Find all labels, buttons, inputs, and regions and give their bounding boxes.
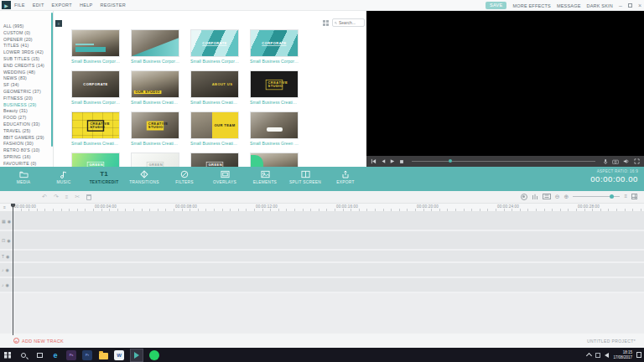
sidebar-item-all[interactable]: ALL (995)	[3, 23, 53, 30]
tab-filters[interactable]: FILTERS	[164, 167, 205, 184]
eye-icon[interactable]: ◉	[7, 238, 10, 243]
template-thumbnail[interactable]: CORPORATE	[71, 70, 120, 98]
seek-handle[interactable]	[449, 159, 452, 163]
music-track[interactable]: ♪◉	[0, 263, 644, 277]
sidebar-item-retro-80s[interactable]: RETRO 80'S (10)	[3, 147, 53, 154]
menu-register[interactable]: REGISTER	[100, 3, 126, 8]
template-thumbnail[interactable]: GREEN ENERGY	[71, 153, 120, 167]
sidebar-item-fashion[interactable]: FASHION (30)	[3, 141, 53, 147]
tab-text-credit[interactable]: T1 TEXT/CREDIT	[84, 167, 124, 184]
template-thumbnail[interactable]: CORPORATE	[190, 29, 239, 57]
template-thumbnail[interactable]: CREATIVE STUDIO	[71, 111, 120, 139]
fullscreen-icon[interactable]	[634, 158, 640, 164]
sidebar-item-geometric[interactable]: GEOMETRIC (37)	[3, 89, 53, 96]
track-size-icon[interactable]: ≡	[624, 193, 627, 200]
premiere-icon[interactable]: Pr	[82, 350, 92, 360]
redo-icon[interactable]: ↷	[54, 193, 59, 201]
sidebar-item-beauty[interactable]: Beauty (31)	[3, 108, 53, 115]
sidebar-item-spring[interactable]: SPRING (16)	[3, 154, 53, 161]
playhead[interactable]	[13, 204, 13, 335]
sidebar-item-lower-3rds[interactable]: LOWER 3RDS (42)	[3, 49, 53, 56]
grid-view-icon[interactable]	[323, 20, 329, 26]
sidebar-item-favourite[interactable]: FAVOURITE (0)	[3, 161, 53, 167]
delete-icon[interactable]	[86, 194, 91, 200]
mute-icon[interactable]: ◉	[6, 282, 9, 287]
record-icon[interactable]	[521, 194, 527, 200]
snapshot-icon[interactable]	[612, 159, 619, 164]
file-explorer-icon[interactable]	[98, 350, 108, 360]
step-back-icon[interactable]	[381, 158, 386, 164]
sidebar-item-opener[interactable]: OPENER (20)	[3, 37, 53, 44]
sidebar-item-end-credits[interactable]: END CREDITS (14)	[3, 63, 53, 70]
menu-export[interactable]: EXPORT	[52, 3, 72, 8]
voiceover-track[interactable]: ♪◉	[0, 278, 644, 292]
sidebar-item-custom[interactable]: CUSTOM (0)	[3, 30, 53, 37]
template-thumbnail[interactable]: OUR STUDIO	[131, 70, 179, 98]
search-box[interactable]	[332, 18, 365, 27]
keyframe-icon[interactable]	[543, 194, 551, 199]
tray-status-icon[interactable]	[595, 353, 600, 358]
message-button[interactable]: MESSAGE	[557, 3, 581, 8]
sidebar-item-education[interactable]: EDUCATION (33)	[3, 122, 53, 128]
timeline-empty-area[interactable]	[0, 293, 644, 334]
zoom-in-icon[interactable]: ⊕	[564, 193, 569, 200]
template-thumbnail[interactable]	[71, 29, 120, 57]
scissors-icon[interactable]: ✂	[75, 193, 80, 201]
save-button[interactable]: SAVE	[486, 2, 506, 9]
pip-track[interactable]: ⊡◉	[0, 231, 644, 249]
template-thumbnail[interactable]: ABOUT US	[190, 70, 239, 98]
sidebar-item-titles[interactable]: TITLES (41)	[3, 43, 53, 49]
zoom-out-icon[interactable]: ⊖	[555, 193, 560, 200]
skip-start-icon[interactable]	[371, 158, 377, 164]
action-center-icon[interactable]	[636, 352, 641, 358]
volume-icon[interactable]	[623, 158, 630, 164]
add-new-track-button[interactable]: + ADD NEW TRACK	[13, 338, 64, 344]
more-effects-button[interactable]: MORE EFFECTS	[512, 3, 550, 8]
tray-volume-icon[interactable]	[605, 353, 609, 358]
zoom-slider-handle[interactable]	[610, 194, 614, 199]
sidebar-item-8bit-gamers[interactable]: 8BIT GAMERS (29)	[3, 135, 53, 142]
eye-icon[interactable]: ◉	[6, 254, 9, 259]
sidebar-scrollbar[interactable]	[51, 13, 53, 147]
word-icon[interactable]: W	[114, 350, 124, 360]
mixer-icon[interactable]	[532, 194, 538, 200]
sidebar-item-business[interactable]: BUSINESS (29)	[3, 102, 53, 109]
template-thumbnail[interactable]: OUR TEAM	[190, 111, 239, 139]
sidebar-item-fitness[interactable]: FITNESS (20)	[3, 96, 53, 102]
maximize-button[interactable]	[628, 3, 632, 8]
mute-icon[interactable]: ◉	[6, 267, 9, 272]
eye-icon[interactable]: ◉	[8, 219, 11, 224]
tab-overlays[interactable]: OVERLAYS	[205, 167, 245, 184]
tab-elements[interactable]: ELEMENTS	[245, 167, 285, 184]
mic-icon[interactable]	[603, 158, 608, 165]
template-thumbnail[interactable]: GREEN ENERGY	[190, 153, 239, 167]
tab-export[interactable]: EXPORT	[325, 167, 366, 184]
menu-help[interactable]: HELP	[80, 3, 93, 8]
tab-music[interactable]: MUSIC	[44, 167, 84, 184]
collapse-panel-button[interactable]: ≡	[55, 20, 62, 27]
seek-slider[interactable]	[412, 161, 595, 162]
undo-icon[interactable]: ↶	[42, 193, 47, 201]
sidebar-item-sub-titles[interactable]: SUB TITLES (15)	[3, 56, 53, 63]
menu-edit[interactable]: EDIT	[33, 3, 44, 8]
task-view-button[interactable]	[34, 350, 44, 360]
template-thumbnail[interactable]: CREATIVE STUDIO	[131, 111, 179, 139]
template-thumbnail[interactable]: GREEN ENERGY	[131, 153, 179, 167]
taskbar-search-button[interactable]	[18, 350, 29, 360]
taskbar-clock[interactable]: 18:15 17/08/2017	[613, 350, 632, 359]
sidebar-item-sf[interactable]: SF (34)	[3, 82, 53, 89]
template-thumbnail[interactable]: CORPORATE	[250, 29, 299, 57]
sidebar-item-travel[interactable]: TRAVEL (25)	[3, 128, 53, 135]
timeline-view-icon[interactable]	[631, 194, 637, 199]
template-thumbnail[interactable]	[131, 29, 179, 57]
stop-icon[interactable]	[399, 159, 404, 164]
filmora-taskbar-icon[interactable]	[130, 349, 143, 362]
tray-chevron-icon[interactable]	[586, 353, 592, 359]
detach-icon[interactable]: ≡	[65, 193, 69, 201]
template-thumbnail[interactable]	[250, 111, 299, 139]
track-manager-icon[interactable]: ≡	[3, 204, 6, 209]
search-input[interactable]	[339, 20, 362, 25]
start-button[interactable]	[3, 350, 13, 360]
tab-transitions[interactable]: TRANSITIONS	[124, 167, 164, 184]
template-thumbnail[interactable]	[250, 153, 299, 167]
